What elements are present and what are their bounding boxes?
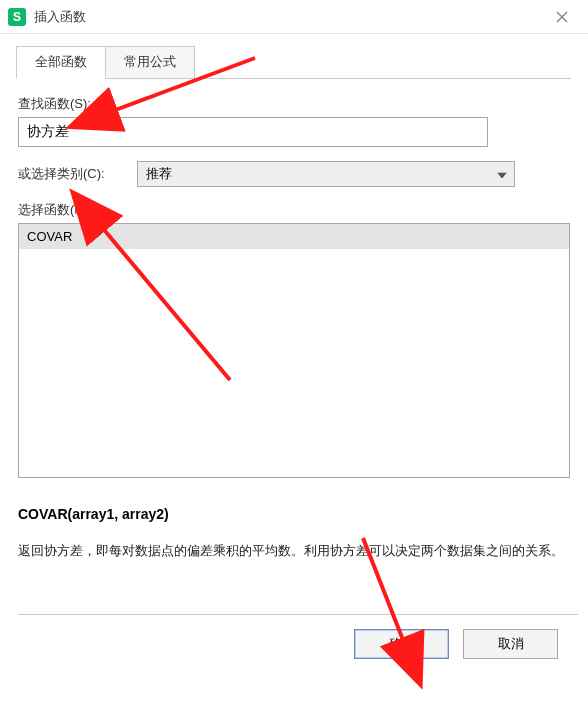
search-input[interactable]	[18, 117, 488, 147]
function-listbox[interactable]: COVAR	[18, 223, 570, 478]
tab-common-formulas[interactable]: 常用公式	[105, 46, 195, 78]
close-icon	[556, 11, 568, 23]
function-syntax: COVAR(array1, array2)	[18, 506, 570, 522]
tab-all-functions[interactable]: 全部函数	[16, 46, 106, 79]
category-selected-value: 推荐	[146, 165, 172, 183]
titlebar: S 插入函数	[0, 0, 588, 34]
app-icon-letter: S	[13, 10, 21, 24]
function-description: 返回协方差，即每对数据点的偏差乘积的平均数。利用协方差可以决定两个数据集之间的关…	[18, 540, 566, 562]
cancel-button[interactable]: 取消	[463, 629, 558, 659]
app-icon: S	[8, 8, 26, 26]
ok-button[interactable]: 确定	[354, 629, 449, 659]
tab-all-label: 全部函数	[35, 54, 87, 69]
search-label: 查找函数(S):	[18, 95, 570, 113]
category-label: 或选择类别(C):	[18, 165, 105, 183]
cancel-button-label: 取消	[498, 635, 524, 653]
function-list-label: 选择函数(N):	[18, 201, 570, 219]
list-item[interactable]: COVAR	[19, 224, 569, 249]
category-select[interactable]: 推荐	[137, 161, 515, 187]
ok-button-label: 确定	[389, 635, 415, 653]
button-row: 确定 取消	[18, 615, 570, 659]
list-item-label: COVAR	[27, 229, 72, 244]
window-title: 插入函数	[34, 8, 542, 26]
dialog-body: 查找函数(S): 或选择类别(C): 推荐 选择函数(N): COVAR COV…	[0, 79, 588, 659]
close-button[interactable]	[542, 2, 582, 32]
tab-bar: 全部函数 常用公式	[16, 46, 571, 79]
tab-common-label: 常用公式	[124, 54, 176, 69]
